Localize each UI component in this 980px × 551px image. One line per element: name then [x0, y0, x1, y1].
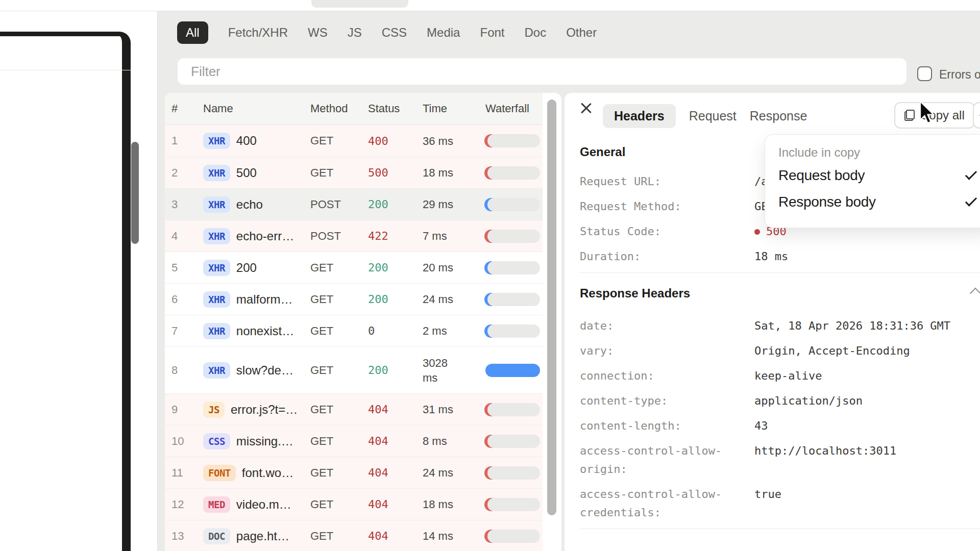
waterfall-cell [485, 530, 541, 543]
row-number: 8 [172, 364, 203, 377]
filter-input[interactable] [178, 58, 906, 85]
request-status: 0 [368, 324, 423, 337]
check-icon [965, 168, 977, 180]
column-header-name: Name [203, 102, 310, 115]
type-badge: XHR [203, 291, 230, 308]
background-window-scrollbar[interactable] [131, 142, 139, 244]
header-value: 43 [754, 417, 768, 435]
response-headers-title: Response Headers [580, 286, 690, 300]
request-method: GET [310, 166, 368, 180]
request-status: 200 [368, 364, 423, 377]
type-badge: CSS [203, 433, 230, 449]
tab-headers[interactable]: Headers [603, 104, 676, 128]
table-row[interactable]: 9JSerror.js?t=…GET40431 ms [165, 393, 543, 425]
check-icon [965, 194, 977, 206]
type-filter-js[interactable]: JS [348, 21, 362, 44]
type-badge: JS [203, 402, 225, 418]
request-status: 200 [368, 293, 423, 306]
type-badge: XHR [203, 133, 230, 149]
table-scrollbar[interactable] [547, 99, 556, 515]
column-header-method: Method [310, 102, 368, 115]
errors-only-checkbox[interactable] [917, 66, 932, 81]
menu-item-response-body[interactable]: Response body [778, 189, 980, 215]
type-badge: XHR [203, 260, 230, 276]
tab-response[interactable]: Response [750, 104, 807, 128]
table-row[interactable]: 5XHR200GET20020 ms [165, 252, 543, 283]
response-headers-heading: Response Headers [580, 286, 980, 300]
waterfall-bar [485, 466, 540, 480]
type-filter-doc[interactable]: Doc [525, 21, 547, 44]
copy-icon [904, 110, 915, 121]
waterfall-bar [485, 364, 540, 377]
table-row[interactable]: 12MEDvideo.m…GET40418 ms [165, 488, 543, 520]
type-filter-css[interactable]: CSS [382, 21, 407, 44]
request-name: echo-err… [236, 229, 294, 243]
header-key: access-control-allow-origin: [580, 442, 754, 479]
request-time-value: 20 ms [423, 260, 453, 275]
request-name: slow?de… [236, 363, 293, 378]
request-time-value: 31 ms [423, 402, 453, 417]
waterfall-cell [485, 198, 541, 211]
table-row[interactable]: 2XHR500GET50018 ms [165, 157, 543, 188]
type-filter-all[interactable]: All [177, 21, 208, 44]
name-cell: XHR500 [203, 165, 310, 181]
type-filter-media[interactable]: Media [427, 21, 460, 44]
header-value: 18 ms [754, 247, 788, 266]
request-status: 422 [368, 230, 423, 242]
name-cell: MEDvideo.m… [203, 496, 310, 513]
table-row[interactable]: 3XHRechoPOST20029 ms [165, 188, 543, 220]
details-panel-tabs: HeadersRequestResponse [603, 104, 807, 128]
type-filter-other[interactable]: Other [566, 21, 597, 44]
table-row[interactable]: 6XHRmalform…GET20024 ms [165, 283, 543, 315]
request-method: GET [310, 498, 368, 511]
type-badge: XHR [203, 196, 230, 213]
background-window-toolbar-divider [0, 70, 131, 70]
close-icon[interactable] [580, 102, 592, 114]
table-row[interactable]: 10CSSmissing.…GET4048 ms [165, 425, 543, 457]
copy-settings-button[interactable] [973, 102, 980, 129]
row-number: 7 [172, 324, 203, 338]
type-filter-ws[interactable]: WS [308, 21, 328, 44]
request-name: nonexist… [236, 324, 294, 338]
column-header-status: Status [368, 102, 423, 115]
waterfall-bar [485, 530, 540, 543]
header-key: date: [580, 317, 754, 335]
waterfall-bar [485, 403, 540, 416]
tab-request[interactable]: Request [689, 104, 737, 128]
request-time-value: 24 ms [423, 465, 453, 480]
request-method: GET [310, 466, 368, 480]
type-filter-fetch-xhr[interactable]: Fetch/XHR [228, 21, 288, 44]
row-number: 5 [172, 261, 203, 274]
table-row[interactable]: 1XHR400GET40036 ms [165, 125, 543, 157]
table-row[interactable]: 8XHRslow?de…GET2003028 ms [165, 346, 543, 393]
waterfall-cell [485, 435, 541, 448]
type-filter-font[interactable]: Font [480, 21, 504, 44]
request-time: 18 ms [423, 165, 485, 180]
name-cell: DOCpage.ht… [203, 528, 310, 544]
request-time-value: 36 ms [423, 134, 453, 148]
waterfall-bar [485, 230, 540, 243]
header-row-content-type-: content-type:application/json [580, 392, 980, 410]
waterfall-bar [485, 498, 540, 511]
table-row[interactable]: 13DOCpage.ht…GET40414 ms [165, 520, 543, 551]
details-panel-header: HeadersRequestResponse Copy all [565, 93, 980, 137]
header-key: Status Code: [580, 222, 754, 241]
request-name: 400 [236, 134, 257, 148]
table-row[interactable]: 4XHRecho-err…POST4227 ms [165, 220, 543, 252]
menu-item-request-body[interactable]: Request body [778, 162, 980, 189]
waterfall-cell [485, 364, 541, 377]
partial-top-tab[interactable] [311, 0, 408, 8]
header-key: Duration: [580, 247, 754, 266]
table-row[interactable]: 11FONTfont.wo…GET40424 ms [165, 457, 543, 488]
chevron-up-icon[interactable] [970, 288, 980, 299]
waterfall-cell [485, 466, 541, 480]
request-time-value: 18 ms [423, 497, 453, 512]
waterfall-track [487, 403, 540, 416]
header-key: access-control-allow-credentials: [580, 485, 754, 522]
network-request-table: #NameMethodStatusTimeWaterfall 1XHR400GE… [165, 93, 561, 551]
response-headers-section: date:Sat, 18 Apr 2026 18:31:36 GMTvary:O… [580, 317, 980, 522]
table-row[interactable]: 7XHRnonexist…GET02 ms [165, 315, 543, 346]
waterfall-cell [485, 498, 541, 511]
request-time: 24 ms [423, 465, 485, 480]
waterfall-cell [485, 324, 541, 338]
